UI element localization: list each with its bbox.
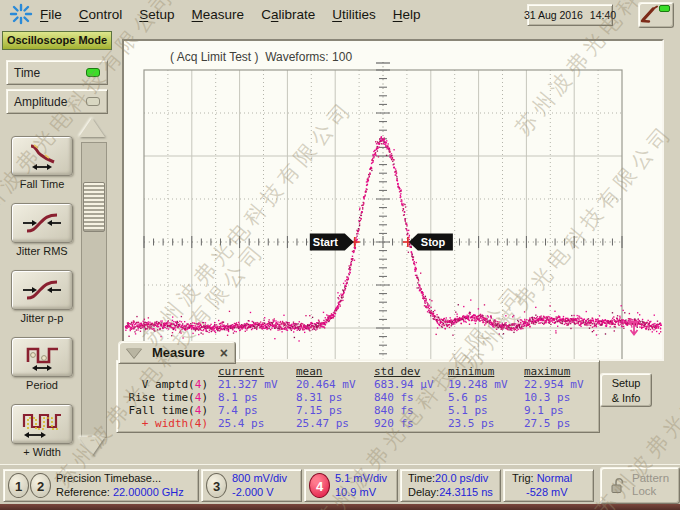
pattern-lock-label: Pattern Lock [632, 472, 669, 498]
tool-item-jitter-p-p: Jitter p-p [8, 270, 76, 337]
time-delay-group[interactable]: Time:20.0 ps/div Delay:24.3115 ns [400, 469, 501, 502]
channel-1-button[interactable]: 1 [8, 473, 29, 498]
measure-row-label: Rise time(4) [122, 391, 218, 404]
time-delay-text: Time:20.0 ps/div Delay:24.3115 ns [408, 472, 493, 499]
table-cell: 5.6 ps [448, 391, 524, 404]
channel-4-group[interactable]: 4 5.1 mV/div 10.9 mV [304, 469, 398, 502]
date-label: 31 Aug 2016 [524, 9, 583, 21]
trig-level-value: -528 mV [512, 486, 572, 500]
channel-2-button[interactable]: 2 [30, 473, 51, 498]
amplitude-dropdown-label: Amplitude [7, 95, 86, 109]
jitter-icon [20, 275, 64, 305]
column-header: maximum [524, 365, 594, 378]
table-cell: 920 fs [374, 417, 448, 430]
measure-row-label: V amptd(4) [122, 378, 218, 391]
time-dropdown[interactable]: Time [6, 60, 108, 85]
ch4-scale-value: 5.1 mV/div [335, 472, 387, 486]
menu-help[interactable]: Help [393, 7, 421, 22]
trig-label: Trig: [512, 472, 537, 484]
oscilloscope-screen: FileControlSetupMeasureCalibrateUtilitie… [0, 0, 680, 510]
tool-item-period: Period [8, 337, 76, 404]
tool-item-jitter-rms: Jitter RMS [8, 203, 76, 270]
setup-info-button[interactable]: Setup & Info [600, 373, 652, 407]
channel-4-scale: 5.1 mV/div 10.9 mV [335, 472, 387, 499]
channel-3-group[interactable]: 3 800 mV/div -2.000 V [201, 469, 302, 502]
time-led-icon [86, 68, 100, 77]
trace-level-indicator-icon[interactable] [629, 319, 639, 335]
time-label: 14:40 [590, 9, 616, 21]
trig-mode-value: Normal [537, 472, 572, 484]
scrollbar-thumb[interactable] [83, 182, 105, 232]
tool-label: Jitter RMS [8, 245, 76, 257]
setup-info-line2: & Info [601, 391, 651, 406]
table-cell [122, 365, 218, 378]
table-cell: 20.464 mV [296, 378, 374, 391]
date-time-display: 31 Aug 2016 14:40 [527, 4, 613, 26]
table-cell: 8.1 ps [218, 391, 296, 404]
menu-control[interactable]: Control [79, 7, 123, 22]
tool-label: Jitter p-p [8, 312, 76, 324]
table-cell: 8.31 ps [296, 391, 374, 404]
waveform-plot: StartStop [124, 41, 662, 359]
measure-tab[interactable]: Measure × [118, 341, 236, 364]
column-header: minimum [448, 365, 524, 378]
reference-value: 22.00000 GHz [113, 486, 184, 498]
jitter-p-p-button[interactable] [11, 270, 73, 310]
agilent-spark-icon [8, 3, 34, 25]
measurement-tool-list: Fall TimeJitter RMSJitter p-pPeriod+ Wid… [8, 136, 76, 466]
menu-items: FileControlSetupMeasureCalibrateUtilitie… [40, 0, 420, 28]
stop-marker-label: Stop [421, 236, 446, 248]
jitter-rms-button[interactable] [11, 203, 73, 243]
table-cell: 7.4 ps [218, 404, 296, 417]
start-marker-label: Start [313, 236, 338, 248]
table-cell: 19.248 mV [448, 378, 524, 391]
table-cell: 25.4 ps [218, 417, 296, 430]
table-cell: 5.1 ps [448, 404, 524, 417]
table-cell: 10.3 ps [524, 391, 594, 404]
tool-label: + Width [8, 446, 76, 458]
fall-time-icon [20, 141, 64, 171]
tool-item-fall-time: Fall Time [8, 136, 76, 203]
menu-file[interactable]: File [40, 7, 62, 22]
amplitude-dropdown[interactable]: Amplitude [6, 89, 108, 114]
open-lock-icon [610, 477, 626, 494]
scrollbar-up-button[interactable] [79, 118, 107, 140]
close-icon[interactable]: × [220, 347, 228, 359]
trigger-group[interactable]: Trig: Normal -528 mV [503, 469, 594, 502]
period-icon [20, 342, 64, 372]
channel-4-button[interactable]: 4 [309, 473, 330, 498]
time-value: 20.0 ps/div [435, 472, 488, 484]
tool-label: Fall Time [8, 178, 76, 190]
menu-calibrate[interactable]: Calibrate [261, 7, 315, 22]
channel-3-button[interactable]: 3 [206, 473, 227, 498]
-width-button[interactable] [11, 404, 73, 444]
table-cell: 840 fs [374, 391, 448, 404]
precision-timebase-label: Precision Timebase... [56, 472, 184, 486]
ch3-scale-value: 800 mV/div [232, 472, 287, 486]
scrollbar-down-button[interactable] [79, 437, 107, 459]
table-cell: 21.327 mV [218, 378, 296, 391]
column-header: std dev [374, 365, 448, 378]
pattern-lock-button[interactable]: Pattern Lock [600, 467, 680, 504]
period-button[interactable] [11, 337, 73, 377]
touch-led-indicator [659, 5, 670, 12]
menu-setup[interactable]: Setup [139, 7, 174, 22]
menu-utilities[interactable]: Utilities [332, 7, 376, 22]
pattern-icon [20, 409, 64, 439]
fall-time-button[interactable] [11, 136, 73, 176]
table-cell: 27.5 ps [524, 417, 594, 430]
measure-statistics-table: currentmeanstd devminimummaximumV amptd(… [122, 365, 594, 430]
touch-screen-button[interactable] [638, 2, 674, 28]
timebase-reference-text: Precision Timebase... Reference: 22.0000… [56, 472, 184, 499]
collapse-triangle-icon[interactable] [126, 348, 142, 358]
menu-measure[interactable]: Measure [192, 7, 245, 22]
measure-row-label: Fall time(4) [122, 404, 218, 417]
timebase-reference-group[interactable]: 1 2 Precision Timebase... Reference: 22.… [3, 469, 199, 502]
table-cell: 25.47 ps [296, 417, 374, 430]
waveform-display-area: ( Acq Limit Test ) Waveforms: 100 StartS… [122, 39, 664, 361]
channel-status-bar: 1 2 Precision Timebase... Reference: 22.… [0, 464, 680, 505]
sidebar-scrollbar[interactable] [81, 142, 107, 438]
ch3-offset-value: -2.000 V [232, 486, 287, 500]
amplitude-led-icon [86, 97, 100, 106]
table-cell: 840 fs [374, 404, 448, 417]
